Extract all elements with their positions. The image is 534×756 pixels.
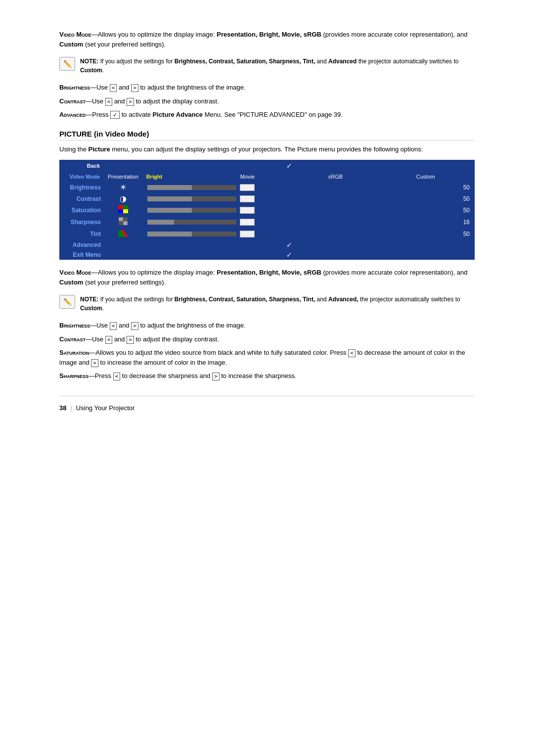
- svg-rect-0: [118, 205, 123, 209]
- page-content: Video Mode—Allows you to optimize the di…: [59, 30, 475, 412]
- col-presentation: Presentation: [104, 172, 142, 182]
- page-number: 38: [59, 404, 66, 412]
- sharpness-slider: [147, 220, 236, 225]
- saturation-slider-cell: [142, 204, 412, 216]
- contrast-value: 50: [412, 193, 475, 204]
- sharpness-icon: [104, 216, 142, 228]
- right-arrow-sharpness: >: [212, 373, 220, 380]
- tint-slider-cell: [142, 228, 412, 240]
- left-arrow-sharpness: <: [113, 373, 121, 380]
- col-bright: Bright: [142, 172, 236, 182]
- brightness-value-box: [240, 184, 255, 191]
- left-arrow-contrast-2: <: [105, 336, 113, 344]
- contrast-label-1: Contrast: [59, 97, 86, 105]
- back-label: Back: [59, 160, 104, 172]
- tint-value-box: [240, 231, 255, 237]
- tint-fill: [147, 232, 192, 236]
- sharpness-value: 16: [412, 216, 475, 228]
- advanced-row-label: Advanced: [59, 240, 104, 250]
- right-arrow-1: >: [131, 84, 138, 92]
- brightness-row-label: Brightness: [59, 182, 104, 193]
- saturation-para: Saturation—Allows you to adjust the vide…: [59, 348, 475, 367]
- saturation-label: Saturation: [59, 349, 89, 356]
- video-mode-label-1: Video Mode: [59, 31, 91, 38]
- contrast-para-2: Contrast—Use < and > to adjust the displ…: [59, 334, 475, 344]
- sharpness-para: Sharpness—Press < to decrease the sharpn…: [59, 371, 475, 381]
- tint-row-label: Tint: [59, 228, 104, 240]
- advanced-checkmark: ✓: [104, 240, 475, 250]
- footer: 38 | Using Your Projector: [59, 396, 475, 412]
- note-text-1: NOTE: If you adjust the settings for Bri…: [80, 57, 475, 75]
- sharpness-row-label: Sharpness: [59, 216, 104, 228]
- page-label: Using Your Projector: [76, 404, 135, 412]
- saturation-slider: [147, 208, 236, 213]
- left-arrow-contrast-1: <: [105, 98, 113, 106]
- tint-icon: [104, 228, 142, 240]
- right-arrow-saturation: >: [91, 359, 98, 367]
- brightness-slider-cell: [142, 182, 412, 193]
- exit-menu-checkmark: ✓: [104, 250, 475, 260]
- tint-slider: [147, 232, 236, 236]
- contrast-slider-cell: [142, 193, 412, 204]
- sharpness-label: Sharpness: [59, 372, 89, 379]
- video-mode-header: Video Mode: [59, 172, 104, 182]
- brightness-label-1: Brightness: [59, 84, 90, 91]
- saturation-row-label: Saturation: [59, 204, 104, 216]
- brightness-value: 50: [412, 182, 475, 193]
- saturation-value: 50: [412, 204, 475, 216]
- svg-rect-2: [118, 209, 123, 213]
- note-box-1: ✏️ NOTE: If you adjust the settings for …: [59, 54, 475, 78]
- left-arrow-1: <: [110, 84, 117, 92]
- contrast-slider: [147, 196, 236, 201]
- menu-back-row: Back ✓: [59, 160, 475, 172]
- brightness-row: Brightness ☀ 50: [59, 182, 475, 193]
- back-checkmark: ✓: [104, 160, 475, 172]
- section2-intro: Using the Picture menu, you can adjust t…: [59, 144, 475, 154]
- video-mode-label-2: Video Mode: [59, 269, 91, 276]
- brightness-para-2: Brightness—Use < and > to adjust the bri…: [59, 321, 475, 331]
- tint-value: 50: [412, 228, 475, 240]
- brightness-fill: [147, 185, 192, 190]
- brightness-label-2: Brightness: [59, 322, 90, 329]
- svg-rect-4: [119, 217, 123, 221]
- menu-table: Back ✓ Video Mode Presentation Bright Mo…: [59, 160, 475, 260]
- col-custom: Custom: [412, 172, 475, 182]
- left-arrow-brightness-2: <: [110, 322, 117, 330]
- right-arrow-brightness-2: >: [131, 322, 138, 330]
- saturation-icon: [104, 204, 142, 216]
- col-srgb: sRGB: [324, 172, 412, 182]
- svg-rect-7: [123, 221, 128, 225]
- brightness-slider: [147, 185, 236, 190]
- advanced-icon: ✓: [110, 111, 120, 119]
- footer-divider: |: [70, 404, 72, 412]
- tint-row: Tint 50: [59, 228, 475, 240]
- sharpness-fill: [147, 220, 174, 225]
- menu-header-row: Video Mode Presentation Bright Movie sRG…: [59, 172, 475, 182]
- svg-rect-6: [119, 221, 123, 225]
- note-text-2: NOTE: If you adjust the settings for Bri…: [80, 295, 475, 313]
- brightness-icon: ☀: [104, 182, 142, 193]
- sharpness-value-box: [240, 219, 255, 226]
- svg-rect-1: [123, 205, 128, 209]
- note-box-2: ✏️ NOTE: If you adjust the settings for …: [59, 292, 475, 316]
- svg-rect-3: [123, 209, 128, 213]
- col-movie: Movie: [236, 172, 324, 182]
- sharpness-row: Sharpness 16: [59, 216, 475, 228]
- contrast-row: Contrast ◑ 50: [59, 193, 475, 204]
- right-arrow-contrast-2: >: [127, 336, 134, 344]
- sharpness-slider-cell: [142, 216, 412, 228]
- note-icon-2: ✏️: [59, 295, 75, 309]
- right-arrow-contrast-1: >: [127, 98, 134, 106]
- contrast-para-1: Contrast—Use < and > to adjust the displ…: [59, 96, 475, 106]
- saturation-value-box: [240, 207, 255, 214]
- video-mode-para-2: Video Mode—Allows you to optimize the di…: [59, 268, 475, 287]
- svg-rect-5: [123, 217, 128, 221]
- advanced-row: Advanced ✓: [59, 240, 475, 250]
- contrast-fill: [147, 196, 192, 201]
- saturation-fill: [147, 208, 192, 213]
- contrast-icon: ◑: [104, 193, 142, 204]
- exit-menu-label: Exit Menu: [59, 250, 104, 260]
- contrast-label-2: Contrast: [59, 335, 86, 343]
- advanced-label-1: Advanced: [59, 111, 86, 118]
- advanced-para-1: Advanced—Press ✓ to activate Picture Adv…: [59, 110, 475, 120]
